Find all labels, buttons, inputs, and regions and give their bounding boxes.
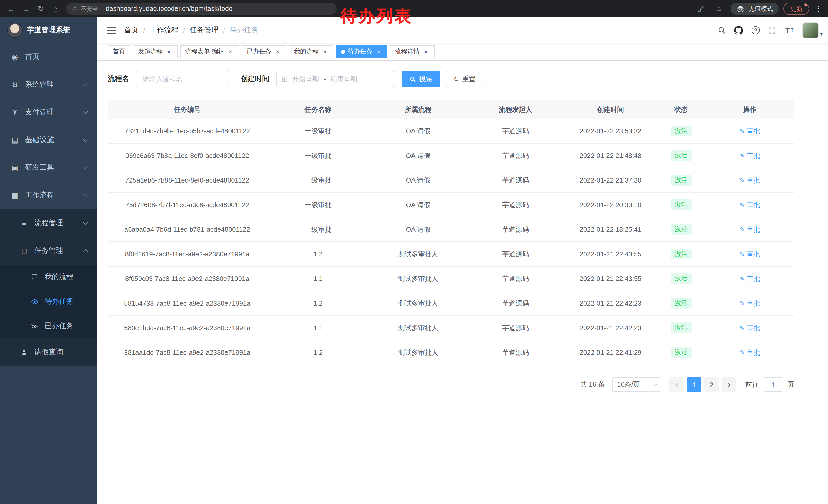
approve-label: 审批 — [747, 225, 760, 234]
app-logo[interactable]: 芋道管理系统 — [0, 17, 97, 43]
approve-link[interactable]: 审批 — [740, 323, 760, 332]
tab[interactable]: 流程详情 — [390, 45, 434, 58]
sidebar-item-my-process[interactable]: 我的流程 — [0, 265, 97, 289]
browser-menu-icon[interactable]: ⋮ — [814, 4, 823, 13]
page-button-2[interactable]: 2 — [704, 377, 719, 392]
chevron-down-icon — [83, 164, 88, 170]
create-time-label: 创建时间 — [241, 74, 269, 84]
sidebar-item-home[interactable]: 首页 — [0, 43, 97, 71]
cell-starter: 芋道源码 — [467, 200, 564, 210]
help-icon[interactable] — [748, 22, 763, 38]
sidebar-item-workflow[interactable]: 工作流程 — [0, 182, 97, 209]
refresh-icon[interactable]: ↻ — [34, 2, 48, 16]
key-icon[interactable] — [694, 2, 707, 16]
security-warning-label: 不安全 — [81, 5, 98, 12]
approve-link[interactable]: 审批 — [740, 126, 760, 136]
cell-action: 审批 — [705, 225, 794, 234]
status-badge: 激活 — [671, 274, 691, 284]
sidebar-collapse-icon[interactable] — [107, 27, 116, 34]
cell-task-name: 一级审批 — [267, 126, 369, 136]
forward-icon[interactable]: → — [19, 2, 33, 16]
cell-starter: 芋道源码 — [467, 299, 564, 308]
approve-link[interactable]: 审批 — [740, 299, 760, 308]
chevron-down-icon — [653, 382, 657, 386]
avatar — [803, 22, 818, 38]
sidebar-item-system[interactable]: 系统管理 — [0, 71, 97, 98]
search-button[interactable]: 搜索 — [402, 71, 440, 87]
cell-process: 测试多审批人 — [369, 274, 467, 283]
incognito-badge: 无痕模式 — [731, 3, 779, 15]
tab-close-icon[interactable] — [274, 48, 281, 55]
tab[interactable]: 发起流程 — [133, 45, 177, 58]
update-button[interactable]: 更新 — [783, 3, 809, 15]
tab-close-icon[interactable] — [422, 48, 429, 55]
cell-starter: 芋道源码 — [467, 225, 564, 234]
tab[interactable]: 首页 — [108, 45, 130, 58]
column-task-name: 任务名称 — [267, 105, 369, 114]
fullscreen-icon[interactable] — [765, 22, 780, 38]
cell-process: OA 请假 — [369, 126, 467, 136]
cell-status: 激活 — [657, 126, 705, 136]
address-bar[interactable]: ⚠ 不安全 dashboard.yudao.iocoder.cn/bpm/tas… — [66, 3, 336, 15]
tab-close-icon[interactable] — [165, 48, 172, 55]
main-area: 首页 / 工作流程 / 任务管理 / 待办任务 — [97, 17, 828, 504]
prev-page-button[interactable] — [669, 377, 684, 392]
approve-link[interactable]: 审批 — [740, 200, 760, 210]
incognito-label: 无痕模式 — [748, 4, 773, 13]
edit-icon — [740, 152, 745, 159]
cell-task-name: 1.2 — [267, 300, 369, 307]
tab[interactable]: 待办任务 — [336, 45, 387, 58]
sidebar-item-infrastructure[interactable]: 基础设施 — [0, 126, 97, 154]
process-name-input[interactable] — [136, 71, 228, 87]
search-icon[interactable] — [714, 22, 730, 38]
page-size-select[interactable]: 10条/页 — [612, 377, 661, 392]
approve-link[interactable]: 审批 — [740, 249, 760, 259]
approve-link[interactable]: 审批 — [740, 151, 760, 160]
date-range-picker[interactable]: 开始日期 - 结束日期 — [276, 71, 395, 87]
approve-label: 审批 — [747, 249, 760, 259]
sidebar-item-devtools[interactable]: 研发工具 — [0, 154, 97, 182]
back-icon[interactable]: ← — [4, 2, 18, 16]
sidebar-item-leave-query[interactable]: 请假查询 — [0, 338, 97, 366]
table-row: a6aba0a4-7b6d-11ec-b781-acde48001122 一级审… — [108, 217, 794, 242]
next-page-button[interactable] — [722, 377, 736, 392]
bookmark-star-icon[interactable]: ☆ — [712, 2, 726, 16]
tab-label: 我的流程 — [294, 47, 319, 56]
tab-close-icon[interactable] — [227, 48, 234, 55]
sidebar-item-todo-tasks[interactable]: 待办任务 — [0, 289, 97, 314]
reset-button[interactable]: 重置 — [446, 71, 483, 87]
total-count: 共 16 条 — [580, 380, 605, 389]
status-badge: 激活 — [671, 126, 691, 136]
cell-process: OA 请假 — [369, 176, 467, 185]
tab-close-icon[interactable] — [321, 48, 328, 55]
sidebar-item-done-tasks[interactable]: 已办任务 — [0, 314, 97, 338]
cell-status: 激活 — [657, 200, 705, 210]
breadcrumb-home[interactable]: 首页 — [124, 26, 138, 35]
page-button-1[interactable]: 1 — [687, 377, 701, 392]
tab[interactable]: 我的流程 — [289, 45, 333, 58]
tab-close-icon[interactable] — [375, 48, 382, 55]
sidebar-item-process-management[interactable]: 流程管理 — [0, 209, 97, 237]
goto-page-input[interactable] — [763, 377, 783, 392]
tab[interactable]: 已办任务 — [242, 45, 286, 58]
cell-created: 2022-01-22 21:37:30 — [564, 176, 657, 184]
approve-link[interactable]: 审批 — [740, 274, 760, 283]
tab[interactable]: 流程表单-编辑 — [180, 45, 239, 58]
sidebar-item-task-management[interactable]: 任务管理 — [0, 237, 97, 265]
edit-icon — [740, 349, 745, 356]
github-icon[interactable] — [731, 22, 746, 38]
breadcrumb-task-management[interactable]: 任务管理 — [190, 26, 218, 35]
security-warning[interactable]: ⚠ 不安全 — [72, 5, 98, 12]
user-menu[interactable] — [803, 22, 823, 38]
cell-created: 2022-01-22 20:33:10 — [564, 201, 657, 209]
approve-link[interactable]: 审批 — [740, 348, 760, 357]
cell-status: 激活 — [657, 348, 705, 358]
end-date-placeholder: 结束日期 — [330, 74, 357, 84]
cell-process: 测试多审批人 — [369, 299, 467, 308]
sidebar-item-payment[interactable]: 支付管理 — [0, 98, 97, 126]
font-size-icon[interactable] — [782, 22, 797, 38]
approve-link[interactable]: 审批 — [740, 176, 760, 185]
breadcrumb-workflow[interactable]: 工作流程 — [150, 26, 178, 35]
approve-link[interactable]: 审批 — [740, 225, 760, 234]
home-icon[interactable]: ⌂ — [49, 2, 63, 16]
